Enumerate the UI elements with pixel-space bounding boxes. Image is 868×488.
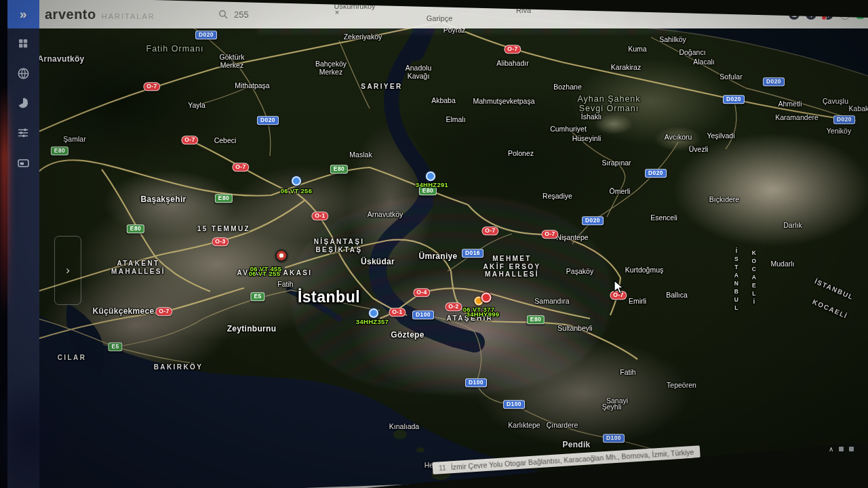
- double-chevron-icon: »: [20, 7, 27, 22]
- vehicle-plate-label[interactable]: 34HHZ357: [356, 318, 389, 325]
- vehicle-marker[interactable]: [275, 249, 288, 262]
- vehicle-marker[interactable]: [426, 171, 435, 181]
- alerts-icon[interactable]: [823, 9, 833, 20]
- system-tray[interactable]: ∧: [829, 445, 854, 453]
- foreground-red-blur: [0, 87, 9, 317]
- search-icon: [218, 9, 228, 19]
- tray-icon[interactable]: [839, 447, 844, 451]
- tray-icon[interactable]: [849, 447, 854, 451]
- help-icon[interactable]: ?: [840, 9, 850, 20]
- search-box[interactable]: 255: [218, 0, 249, 28]
- logo-text: arvento: [45, 7, 96, 22]
- chevron-right-icon: ›: [66, 264, 70, 277]
- header-icons: ?: [789, 0, 864, 28]
- account-icon[interactable]: [789, 9, 800, 20]
- vehicle-marker[interactable]: [481, 293, 492, 303]
- pie-chart-icon[interactable]: [7, 88, 39, 118]
- vehicle-marker[interactable]: [369, 308, 378, 318]
- vehicle-plate-label[interactable]: 06 VT 256: [281, 187, 313, 195]
- vehicle-markers-layer: 06 VT 25634HHZ29134HHZ35706 VT 37734HHY9…: [0, 0, 868, 488]
- vehicle-plate-label[interactable]: 34HHZ291: [416, 181, 448, 188]
- vehicle-marker[interactable]: [292, 176, 301, 186]
- alert-badge: [821, 15, 827, 20]
- app-window: PoyrazArnavutköyFatih OrmanıGöktürk Merk…: [0, 0, 868, 488]
- app-logo: arvento HARITALAR: [45, 7, 155, 22]
- filters-icon[interactable]: [7, 118, 39, 148]
- tooltip-number: 11: [439, 464, 447, 472]
- monitor-photo: PoyrazArnavutköyFatih OrmanıGöktürk Merk…: [0, 0, 868, 488]
- logo-subtext: HARITALAR: [102, 12, 155, 20]
- notifications-icon[interactable]: [806, 9, 816, 20]
- map-canvas[interactable]: PoyrazArnavutköyFatih OrmanıGöktürk Merk…: [0, 0, 868, 488]
- dashboard-grid-icon[interactable]: [7, 28, 39, 58]
- app-header: arvento HARITALAR 255: [7, 0, 868, 28]
- status-green-icon: [856, 9, 864, 19]
- expand-panel-button[interactable]: ›: [54, 236, 81, 305]
- tray-chevron-icon[interactable]: ∧: [829, 445, 833, 453]
- foreground-dark-blur: [0, 376, 78, 488]
- search-value[interactable]: 255: [234, 9, 249, 20]
- card-icon[interactable]: [7, 148, 39, 178]
- globe-icon[interactable]: [7, 58, 39, 88]
- vehicle-plate-label[interactable]: 06 VT 455: [250, 265, 282, 272]
- mouse-cursor: [614, 280, 625, 295]
- sidebar-expand-button[interactable]: »: [7, 0, 39, 28]
- vehicle-plate-label[interactable]: 34HHY999: [467, 310, 500, 318]
